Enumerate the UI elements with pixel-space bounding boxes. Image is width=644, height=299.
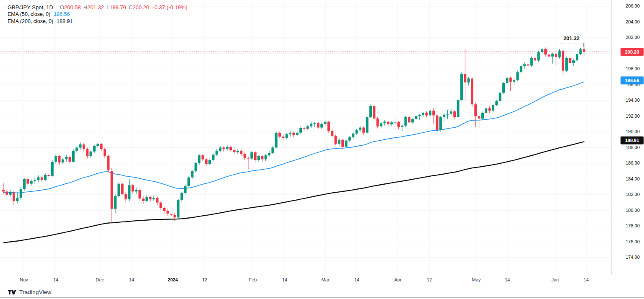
candle-up [187,176,190,187]
indicator-row-ema200[interactable]: EMA (200, close, 0)188.91 [8,18,187,25]
candle-up [439,116,442,131]
price-tick-label: 186.00 [626,160,640,165]
candle-down [335,134,337,145]
candle-up [537,51,540,62]
symbol-row[interactable]: GBP/JPY Spot, 1DO200.58H201.32L199.70C20… [8,4,187,11]
time-axis-label: 14 [584,277,589,282]
time-axis-label: Mar [322,277,330,282]
price-tick-label: 178.00 [626,223,640,228]
price-tick-label: 192.00 [626,113,640,119]
change-value: -0.37 (-0.19%) [153,4,187,10]
high-annotation-label: 201.32 [564,36,579,41]
ema50-label: EMA (50, close, 0) [8,11,50,17]
price-tick-label: 198.00 [626,66,640,71]
symbol-title: GBP/JPY Spot, 1D [8,4,53,10]
price-tick-label: 190.00 [626,129,640,134]
last-price-badge: 200.20 [621,48,644,56]
price-tick-label: 176.00 [626,239,640,244]
time-axis-label: Dec [96,277,104,282]
price-tick-label: 194.00 [626,98,640,103]
tradingview-chart-window: 201.32206.00204.00202.00200.00198.00196.… [0,0,644,299]
candle-up [502,82,505,94]
candle-up [516,71,519,81]
time-axis-label: Nov [20,277,28,282]
ema200-price-badge: 188.91 [621,137,644,144]
tradingview-logo-icon[interactable] [8,289,16,295]
price-tick-label: 202.00 [626,35,640,40]
candle-up [23,178,26,191]
candle-up [177,199,179,219]
price-tick-label: 180.00 [626,208,640,213]
price-tick-label: 204.00 [626,19,640,24]
candle-up [198,154,200,165]
time-axis-label: Apr [394,277,401,282]
tradingview-brand-text: TradingView [19,289,52,295]
candle-down [373,105,375,120]
close-label: C [129,4,132,10]
candle-down [436,113,439,132]
candle-up [460,72,463,101]
svg-text:200.20: 200.20 [625,49,639,54]
time-axis-label: 14 [505,277,510,282]
legend: GBP/JPY Spot, 1DO200.58H201.32L199.70C20… [8,4,187,25]
low-value: 199.70 [109,4,126,10]
high-label: H [83,4,87,10]
time-axis-label: 14 [129,277,134,282]
time-axis-label: 12 [202,277,207,282]
candle-up [51,160,54,176]
price-tick-label: 184.00 [626,176,640,181]
svg-text:196.56: 196.56 [625,78,639,83]
price-tick-label: 188.00 [626,145,640,150]
candle-up [117,182,120,198]
candle-up [366,116,369,134]
candle-down [121,183,124,196]
candle-up [499,91,501,102]
time-axis-label: 2024 [168,277,178,282]
price-tick-label: 206.00 [626,3,640,8]
time-axis-label: 14 [282,277,287,282]
time-axis-label: Feb [249,277,257,282]
price-chart[interactable]: 201.32206.00204.00202.00200.00198.00196.… [0,0,644,275]
footer: TradingView [8,288,52,296]
candle-up [565,57,568,72]
time-axis-label: May [472,277,481,282]
candle-down [471,77,473,107]
price-axis[interactable]: 206.00204.00202.00200.00198.00196.00194.… [612,0,644,275]
candle-up [195,162,197,172]
svg-text:188.91: 188.91 [625,138,639,143]
time-axis-label: 12 [427,277,432,282]
chart-pane[interactable] [0,0,611,275]
candle-up [72,149,75,162]
ema50-price-badge: 196.56 [621,76,644,84]
candle-up [404,116,407,126]
price-tick-label: 174.00 [626,255,640,260]
time-axis-label: Jun [551,277,559,282]
candle-down [408,116,410,124]
candle-down [327,121,330,133]
indicator-row-ema50[interactable]: EMA (50, close, 0)196.56 [8,11,187,18]
ema50-value: 196.56 [54,11,70,17]
time-axis-label: 14 [354,277,359,282]
candle-up [457,98,460,118]
candle-up [275,131,278,149]
candle-down [107,155,109,172]
open-value: 200.58 [64,4,81,10]
ema200-label: EMA (200, close, 0) [8,18,53,24]
time-axis-label: 14 [53,277,58,282]
price-tick-label: 182.00 [626,192,640,197]
open-label: O [60,4,64,10]
time-axis[interactable]: Nov14Dec14202412Feb14Mar14Apr12May14Jun1… [0,275,644,285]
close-value: 200.20 [132,4,149,10]
ema200-value: 188.91 [57,18,73,24]
high-value: 201.32 [87,4,104,10]
candle-up [369,104,372,118]
bottom-border [0,297,644,298]
